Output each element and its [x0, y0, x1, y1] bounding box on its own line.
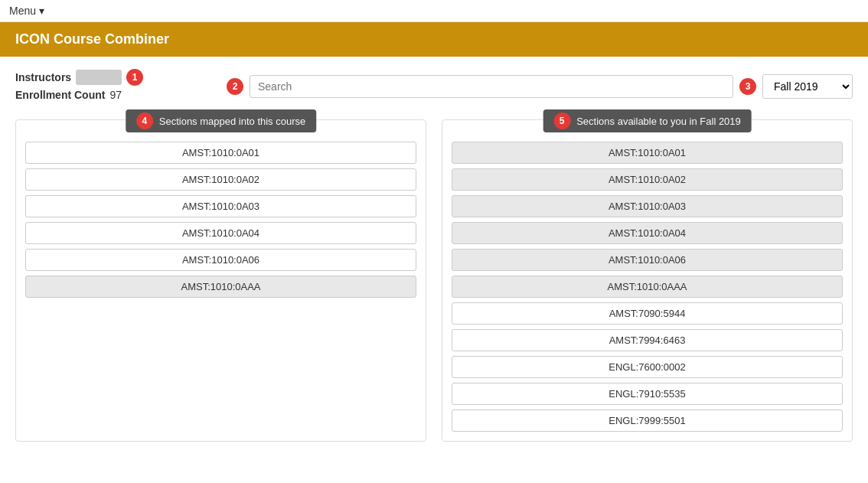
badge-3: 3	[739, 78, 756, 95]
instructors-label: Instructors	[15, 71, 71, 83]
panels: 4 Sections mapped into this course AMST:…	[15, 119, 853, 442]
title-bar: ICON Course Combiner	[0, 22, 868, 57]
left-panel-title: Sections mapped into this course	[159, 116, 306, 127]
left-panel-item[interactable]: AMST:1010:0A02	[25, 168, 416, 191]
left-info: Instructors 1 Enrollment Count 97	[15, 69, 214, 104]
right-panel-item[interactable]: AMST:7090:5944	[452, 302, 843, 325]
left-panel-item[interactable]: AMST:1010:0A04	[25, 222, 416, 244]
right-panel-item[interactable]: AMST:1010:0A06	[452, 249, 843, 271]
search-section: 2 3 Fall 2019 Spring 2020 Fall 2020	[227, 74, 853, 99]
right-panel-item[interactable]: AMST:1010:0A03	[452, 195, 843, 217]
menu-button[interactable]: Menu ▾	[9, 5, 44, 17]
avatar	[76, 70, 122, 85]
left-panel-item[interactable]: AMST:1010:0A03	[25, 195, 416, 217]
left-panel-list: AMST:1010:0A01AMST:1010:0A02AMST:1010:0A…	[25, 142, 416, 298]
badge-1: 1	[126, 69, 143, 86]
right-panel-list: AMST:1010:0A01AMST:1010:0A02AMST:1010:0A…	[452, 142, 843, 432]
right-panel: 5 Sections available to you in Fall 2019…	[442, 119, 853, 442]
right-panel-item[interactable]: ENGL:7910:5535	[452, 383, 843, 405]
right-panel-title: Sections available to you in Fall 2019	[576, 116, 741, 127]
right-panel-item[interactable]: AMST:1010:0A02	[452, 168, 843, 191]
enrollment-label: Enrollment Count	[15, 89, 105, 101]
instructors-row: Instructors 1	[15, 69, 214, 86]
info-row: Instructors 1 Enrollment Count 97 2 3 Fa…	[15, 69, 853, 104]
right-panel-item[interactable]: AMST:1010:0AAA	[452, 276, 843, 298]
right-panel-item[interactable]: AMST:7994:6463	[452, 329, 843, 351]
right-panel-item[interactable]: ENGL:7600:0002	[452, 356, 843, 378]
search-input[interactable]	[250, 75, 733, 98]
menu-label: Menu	[9, 5, 36, 17]
left-panel-header: 4 Sections mapped into this course	[126, 109, 317, 132]
enrollment-value: 97	[109, 89, 122, 101]
left-panel-item[interactable]: AMST:1010:0AAA	[25, 276, 416, 298]
left-panel: 4 Sections mapped into this course AMST:…	[15, 119, 426, 442]
left-panel-item[interactable]: AMST:1010:0A06	[25, 249, 416, 271]
right-panel-item[interactable]: ENGL:7999:5501	[452, 410, 843, 432]
badge-5: 5	[553, 113, 570, 129]
right-panel-item[interactable]: AMST:1010:0A04	[452, 222, 843, 244]
enrollment-row: Enrollment Count 97	[15, 89, 214, 101]
semester-select[interactable]: Fall 2019 Spring 2020 Fall 2020	[762, 74, 853, 99]
page-title: ICON Course Combiner	[15, 31, 169, 47]
right-panel-header: 5 Sections available to you in Fall 2019	[543, 109, 752, 132]
right-panel-item[interactable]: AMST:1010:0A01	[452, 142, 843, 164]
main-content: Instructors 1 Enrollment Count 97 2 3 Fa…	[0, 57, 868, 454]
badge-2: 2	[227, 78, 243, 95]
top-bar: Menu ▾	[0, 0, 868, 22]
badge-4: 4	[136, 113, 153, 129]
left-panel-item[interactable]: AMST:1010:0A01	[25, 142, 416, 164]
